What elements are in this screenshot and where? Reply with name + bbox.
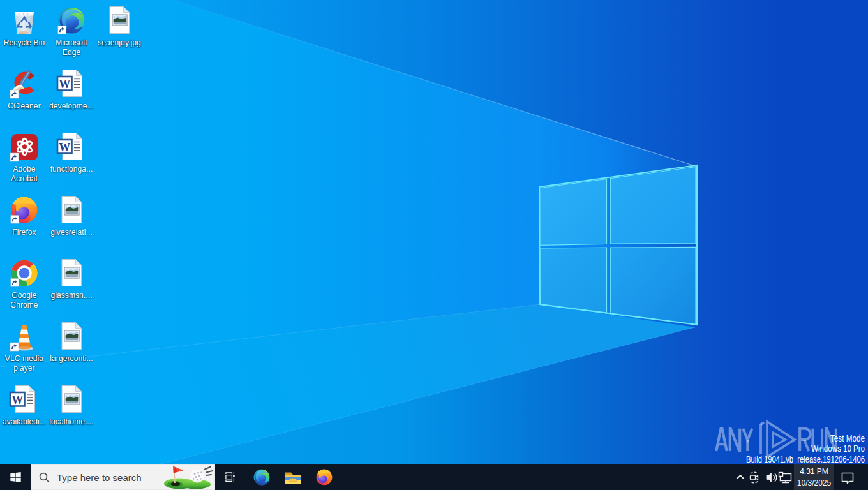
svg-text:W: W xyxy=(59,78,70,91)
svg-text:W: W xyxy=(11,394,23,406)
svg-text:W: W xyxy=(59,141,70,154)
